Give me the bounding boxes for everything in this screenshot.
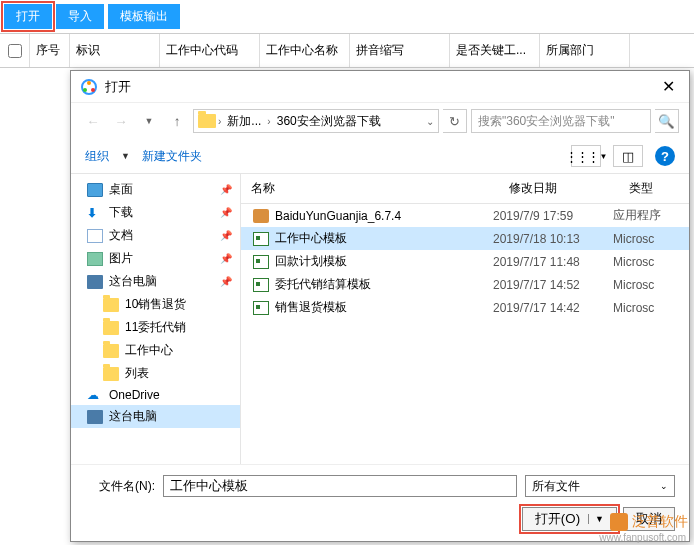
- file-filter-select[interactable]: 所有文件 ⌄: [525, 475, 675, 497]
- template-output-button[interactable]: 模板输出: [108, 4, 180, 29]
- tree-item[interactable]: 列表: [71, 362, 240, 385]
- col-center-name[interactable]: 工作中心名称: [260, 34, 350, 67]
- tree-item[interactable]: 图片📌: [71, 247, 240, 270]
- open-dialog: 打开 ✕ ← → ▼ ↑ › 新加... › 360安全浏览器下载 ⌄ ↻ 搜索…: [70, 70, 690, 542]
- file-row[interactable]: 委托代销结算模板2019/7/17 14:52Microsc: [241, 273, 689, 296]
- file-row[interactable]: 工作中心模板2019/7/18 10:13Microsc: [241, 227, 689, 250]
- chevron-down-icon: ▼: [588, 514, 604, 524]
- nav-back-icon[interactable]: ←: [81, 109, 105, 133]
- file-row[interactable]: 销售退货模板2019/7/17 14:42Microsc: [241, 296, 689, 319]
- refresh-icon[interactable]: ↻: [443, 109, 467, 133]
- col-center-code[interactable]: 工作中心代码: [160, 34, 260, 67]
- path-segment[interactable]: 360安全浏览器下载: [273, 113, 385, 130]
- col-type[interactable]: 类型: [619, 174, 689, 203]
- breadcrumb[interactable]: › 新加... › 360安全浏览器下载 ⌄: [193, 109, 439, 133]
- chevron-right-icon: ›: [267, 116, 270, 127]
- pin-icon: 📌: [220, 207, 232, 218]
- tree-item[interactable]: 工作中心: [71, 339, 240, 362]
- chevron-down-icon: ⌄: [660, 481, 668, 491]
- pin-icon: 📌: [220, 230, 232, 241]
- file-row[interactable]: 回款计划模板2019/7/17 11:48Microsc: [241, 250, 689, 273]
- folder-tree[interactable]: 桌面📌⬇下载📌文档📌图片📌这台电脑📌10销售退货11委托代销工作中心列表☁One…: [71, 174, 241, 464]
- col-date[interactable]: 修改日期: [499, 174, 619, 203]
- file-filter-value: 所有文件: [532, 478, 580, 495]
- preview-pane-button[interactable]: ◫: [613, 145, 643, 167]
- nav-up-icon[interactable]: ↑: [165, 109, 189, 133]
- chevron-down-icon[interactable]: ⌄: [426, 116, 434, 127]
- help-icon[interactable]: ?: [655, 146, 675, 166]
- brand-url: www.fanpusoft.com: [599, 532, 686, 543]
- tree-item[interactable]: 10销售退货: [71, 293, 240, 316]
- filename-label: 文件名(N):: [85, 478, 155, 495]
- chevron-down-icon: ▼: [121, 151, 130, 161]
- search-icon[interactable]: 🔍: [655, 109, 679, 133]
- nav-recent-icon[interactable]: ▼: [137, 109, 161, 133]
- col-name[interactable]: 名称: [241, 174, 499, 203]
- col-dept[interactable]: 所属部门: [540, 34, 630, 67]
- svg-point-2: [83, 88, 87, 92]
- open-button-label: 打开(O): [535, 510, 580, 528]
- brand-name: 泛普软件: [632, 513, 688, 531]
- col-pinyin[interactable]: 拼音缩写: [350, 34, 450, 67]
- file-row[interactable]: BaiduYunGuanjia_6.7.42019/7/9 17:59应用程序: [241, 204, 689, 227]
- table-header: 序号 标识 工作中心代码 工作中心名称 拼音缩写 是否关键工... 所属部门: [0, 33, 694, 68]
- tree-item[interactable]: 文档📌: [71, 224, 240, 247]
- path-segment[interactable]: 新加...: [223, 113, 265, 130]
- tree-item[interactable]: 桌面📌: [71, 178, 240, 201]
- close-icon[interactable]: ✕: [658, 77, 679, 96]
- pin-icon: 📌: [220, 276, 232, 287]
- tree-item[interactable]: 11委托代销: [71, 316, 240, 339]
- select-all-checkbox[interactable]: [8, 44, 22, 58]
- pin-icon: 📌: [220, 253, 232, 264]
- brand-logo-icon: [610, 513, 628, 531]
- file-list[interactable]: BaiduYunGuanjia_6.7.42019/7/9 17:59应用程序工…: [241, 204, 689, 464]
- view-mode-button[interactable]: ⋮⋮⋮▼: [571, 145, 601, 167]
- new-folder-button[interactable]: 新建文件夹: [142, 148, 202, 165]
- watermark: 泛普软件: [610, 513, 688, 531]
- organize-menu[interactable]: 组织: [85, 148, 109, 165]
- tree-item[interactable]: ⬇下载📌: [71, 201, 240, 224]
- tree-item[interactable]: 这台电脑: [71, 405, 240, 428]
- open-button[interactable]: 打开: [4, 4, 52, 29]
- open-confirm-button[interactable]: 打开(O) ▼: [522, 507, 617, 531]
- col-marker[interactable]: 标识: [70, 34, 160, 67]
- col-is-key[interactable]: 是否关键工...: [450, 34, 540, 67]
- import-button[interactable]: 导入: [56, 4, 104, 29]
- folder-icon: [198, 114, 216, 128]
- filename-input[interactable]: [163, 475, 517, 497]
- chevron-right-icon: ›: [218, 116, 221, 127]
- tree-item[interactable]: ☁OneDrive: [71, 385, 240, 405]
- tree-item[interactable]: 这台电脑📌: [71, 270, 240, 293]
- dialog-title: 打开: [105, 78, 658, 96]
- pin-icon: 📌: [220, 184, 232, 195]
- search-input[interactable]: 搜索"360安全浏览器下载": [471, 109, 651, 133]
- nav-forward-icon[interactable]: →: [109, 109, 133, 133]
- svg-point-3: [91, 88, 95, 92]
- svg-point-1: [87, 81, 91, 85]
- col-seq[interactable]: 序号: [30, 34, 70, 67]
- app-icon: [81, 79, 97, 95]
